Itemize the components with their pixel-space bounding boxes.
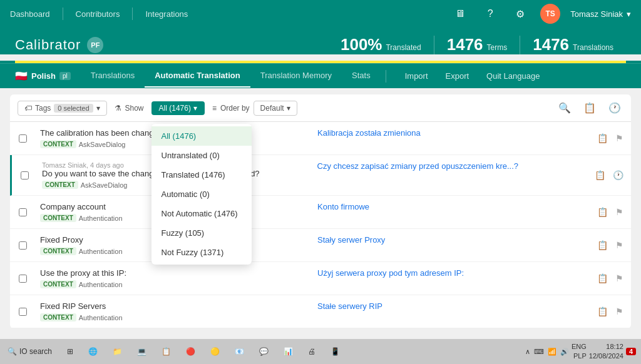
flag-button-3[interactable]: ⚑ bbox=[613, 205, 626, 220]
filter-chevron-icon: ▾ bbox=[193, 104, 197, 113]
row-context-6: CONTEXT Authentication bbox=[40, 313, 307, 321]
row-actions-5: 📋 ⚑ bbox=[590, 262, 631, 295]
taskbar-search[interactable]: 🔍 IO search bbox=[0, 339, 59, 364]
lang-nav-actions: Import Export Quit Language bbox=[396, 65, 549, 87]
nav-divider-1 bbox=[63, 8, 63, 20]
selected-badge: 0 selected bbox=[54, 104, 93, 113]
flag-button-1[interactable]: ⚑ bbox=[613, 131, 626, 146]
tab-automatic-translation[interactable]: Automatic Translation bbox=[145, 64, 250, 88]
copy-button-4[interactable]: 📋 bbox=[595, 238, 610, 253]
tab-translation-memory[interactable]: Translation Memory bbox=[250, 64, 342, 88]
history-button[interactable]: 🕐 bbox=[606, 99, 623, 116]
row-checkbox-3[interactable] bbox=[10, 196, 35, 228]
edit-button[interactable]: 📋 bbox=[581, 99, 598, 116]
copy-button-6[interactable]: 📋 bbox=[595, 304, 610, 319]
taskbar-app2[interactable]: 🔴 bbox=[178, 339, 203, 364]
taskbar-email[interactable]: 📧 bbox=[227, 339, 252, 364]
nav-integrations[interactable]: Integrations bbox=[145, 9, 188, 19]
copy-button-1[interactable]: 📋 bbox=[595, 131, 610, 146]
filter-option-untranslated[interactable]: Untranslated (0) bbox=[151, 146, 252, 165]
context-value-6: Authentication bbox=[79, 314, 123, 321]
filter-option-not-automatic[interactable]: Not Automatic (1476) bbox=[151, 204, 252, 223]
app2-icon: 🔴 bbox=[186, 347, 195, 356]
filter-option-not-fuzzy[interactable]: Not Fuzzy (1371) bbox=[151, 243, 252, 262]
order-value: Default bbox=[260, 104, 284, 113]
taskbar-app1[interactable]: 📋 bbox=[154, 339, 178, 364]
tab-translations[interactable]: Translations bbox=[81, 64, 145, 88]
translation-text-5: Użyj serwera proxy pod tym adresem IP: bbox=[317, 268, 585, 278]
context-label-1: CONTEXT bbox=[40, 140, 76, 148]
filter-option-translated[interactable]: Translated (1476) bbox=[151, 165, 252, 185]
order-button[interactable]: Default ▾ bbox=[254, 101, 297, 116]
filter-option-fuzzy[interactable]: Fuzzy (105) bbox=[151, 223, 252, 243]
question-icon[interactable]: ? bbox=[480, 4, 500, 24]
tag-icon: 🏷 bbox=[24, 104, 32, 113]
taskbar-mobile[interactable]: 📱 bbox=[323, 339, 347, 364]
action-import[interactable]: Import bbox=[396, 65, 437, 87]
taskbar-left: 🔍 IO search ⊞ 🌐 📁 💻 📋 🔴 🟡 📧 💬 📊 🖨 📱 bbox=[0, 339, 347, 364]
filter-value: All (1476) bbox=[159, 104, 191, 113]
context-value-4: Authentication bbox=[79, 248, 123, 255]
sys-lang2: PLP bbox=[573, 351, 587, 361]
order-lines-icon: ≡ bbox=[212, 104, 217, 113]
flag-button-5[interactable]: ⚑ bbox=[613, 271, 626, 286]
flag-button-4[interactable]: ⚑ bbox=[613, 238, 626, 253]
search-button[interactable]: 🔍 bbox=[556, 99, 573, 116]
avatar: TS bbox=[540, 4, 560, 24]
toolbar: 🏷 Tags 0 selected ▾ ⚗ Show All (1476) ▾ … bbox=[10, 94, 631, 122]
source-text-5: Use the proxy at this IP: bbox=[40, 268, 307, 278]
spreadsheet-icon: 📊 bbox=[284, 347, 293, 356]
nav-dashboard[interactable]: Dashboard bbox=[10, 9, 50, 19]
wifi-icon: 📶 bbox=[548, 348, 556, 356]
row-translation-2: Czy chcesz zapisać zmiany przed opuszcze… bbox=[312, 155, 588, 195]
taskbar-folder[interactable]: 📁 bbox=[105, 339, 130, 364]
action-quit-language[interactable]: Quit Language bbox=[478, 65, 548, 87]
row-checkbox-5[interactable] bbox=[10, 262, 35, 295]
logo-badge: PF bbox=[87, 37, 103, 53]
user-menu[interactable]: Tomasz Siniak ▾ bbox=[570, 9, 631, 19]
row-checkbox-4[interactable] bbox=[10, 229, 35, 261]
copy-button-2[interactable]: 📋 bbox=[592, 168, 608, 183]
taskbar-browser[interactable]: 🌐 bbox=[81, 339, 105, 364]
taskbar-windows-icon[interactable]: ⊞ bbox=[59, 339, 81, 364]
filter-option-automatic[interactable]: Automatic (0) bbox=[151, 185, 252, 204]
history-btn-2[interactable]: 🕐 bbox=[610, 168, 626, 183]
taskbar-spreadsheet[interactable]: 📊 bbox=[276, 339, 300, 364]
table-row: Fixed Proxy CONTEXT Authentication Stały… bbox=[10, 229, 631, 262]
row-source-5: Use the proxy at this IP: CONTEXT Authen… bbox=[35, 262, 312, 295]
taskbar-chat[interactable]: 💬 bbox=[252, 339, 276, 364]
tags-button[interactable]: 🏷 Tags 0 selected ▾ bbox=[18, 101, 107, 116]
notification-badge[interactable]: 4 bbox=[626, 348, 636, 355]
sys-lang1: ENG bbox=[572, 342, 587, 351]
search-icon: 🔍 bbox=[8, 347, 17, 356]
row-actions-3: 📋 ⚑ bbox=[590, 196, 631, 228]
tab-stats[interactable]: Stats bbox=[342, 64, 381, 88]
flag-button-6[interactable]: ⚑ bbox=[613, 304, 626, 319]
table-row: The calibration has been changed. CONTEX… bbox=[10, 122, 631, 155]
tags-label: Tags bbox=[35, 104, 51, 113]
context-label-4: CONTEXT bbox=[40, 247, 76, 255]
row-checkbox-1[interactable] bbox=[10, 122, 35, 154]
stat-terms: 1476 Terms bbox=[434, 35, 520, 54]
copy-button-5[interactable]: 📋 bbox=[595, 271, 610, 286]
taskbar-print[interactable]: 🖨 bbox=[300, 339, 323, 364]
row-checkbox-6[interactable] bbox=[10, 295, 35, 328]
taskbar-app3[interactable]: 🟡 bbox=[203, 339, 227, 364]
taskbar-pc[interactable]: 💻 bbox=[130, 339, 154, 364]
taskbar-sys: ∧ ⌨ 📶 🔊 bbox=[525, 348, 569, 356]
filter-button[interactable]: All (1476) ▾ bbox=[151, 101, 205, 115]
monitor-icon[interactable]: 🖥 bbox=[450, 4, 470, 24]
lang-name: Polish bbox=[31, 71, 56, 81]
gear-icon[interactable]: ⚙ bbox=[510, 4, 530, 24]
show-filter-group: ⚗ Show bbox=[115, 104, 144, 113]
filter-option-all[interactable]: All (1476) bbox=[151, 126, 252, 146]
source-text-6: Fixed RIP Servers bbox=[40, 301, 307, 311]
nav-contributors[interactable]: Contributors bbox=[76, 9, 120, 19]
row-actions-1: 📋 ⚑ bbox=[590, 122, 631, 154]
copy-button-3[interactable]: 📋 bbox=[595, 205, 610, 220]
table-row: Use the proxy at this IP: CONTEXT Authen… bbox=[10, 262, 631, 295]
row-checkbox-2[interactable] bbox=[12, 155, 37, 195]
stat-translations-number: 1476 bbox=[533, 35, 569, 54]
action-export[interactable]: Export bbox=[437, 65, 478, 87]
top-nav-left: Dashboard Contributors Integrations bbox=[10, 8, 450, 20]
